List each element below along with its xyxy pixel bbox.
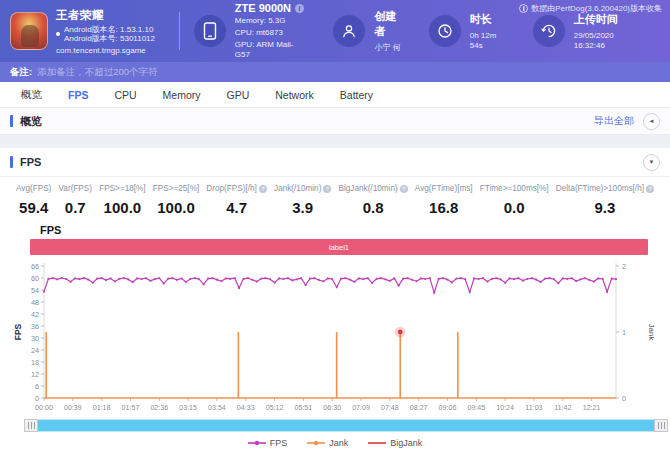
fps-point bbox=[87, 279, 89, 281]
fps-point bbox=[48, 278, 50, 280]
help-icon[interactable]: ? bbox=[400, 185, 408, 193]
game-app-icon bbox=[10, 12, 48, 50]
tab-Network[interactable]: Network bbox=[262, 89, 327, 101]
x-tick: 02:36 bbox=[150, 404, 168, 412]
fps-point bbox=[269, 278, 271, 280]
help-icon[interactable]: ? bbox=[259, 185, 267, 193]
y-left-tick: 60 bbox=[31, 274, 39, 283]
fps-point bbox=[74, 278, 76, 280]
device-info-icon[interactable]: i bbox=[295, 4, 304, 13]
tab-Battery[interactable]: Battery bbox=[327, 89, 386, 101]
stat-value: 0.0 bbox=[480, 199, 549, 216]
fps-point bbox=[322, 281, 324, 283]
fps-point bbox=[225, 278, 227, 280]
fps-point bbox=[354, 281, 356, 283]
y-left-tick: 48 bbox=[31, 298, 39, 307]
phone-icon bbox=[194, 15, 226, 47]
fps-section-bar: FPS ▼ bbox=[0, 148, 670, 177]
tab-bar: 概览FPSCPUMemoryGPUNetworkBattery bbox=[0, 82, 670, 108]
header: 王者荣耀 Android版本名: 1.53.1.10 Android版本号: 5… bbox=[0, 0, 670, 62]
upload-time-icon bbox=[533, 15, 565, 47]
y-right-tick: 1 bbox=[622, 328, 626, 337]
note-input-placeholder[interactable]: 添加备注，不超过200个字符 bbox=[37, 66, 157, 79]
fps-point bbox=[429, 277, 431, 279]
fps-point bbox=[212, 277, 214, 279]
legend-item-jank[interactable]: Jank bbox=[307, 438, 348, 448]
fps-point bbox=[96, 278, 98, 280]
scrollbar-track[interactable] bbox=[38, 419, 654, 432]
y-left-tick: 12 bbox=[31, 370, 39, 379]
note-bar[interactable]: 备注: 添加备注，不超过200个字符 bbox=[0, 62, 670, 82]
x-tick: 07:09 bbox=[352, 404, 370, 412]
stat-value: 0.8 bbox=[339, 199, 408, 216]
help-icon[interactable]: ? bbox=[323, 185, 331, 193]
grip-icon bbox=[28, 422, 35, 429]
android-version-name: Android版本名: 1.53.1.10 bbox=[64, 25, 155, 35]
fps-point bbox=[260, 278, 262, 280]
tab-FPS[interactable]: FPS bbox=[55, 89, 101, 101]
legend-item-fps[interactable]: FPS bbox=[248, 438, 288, 448]
fps-point bbox=[70, 281, 72, 283]
fps-point bbox=[345, 277, 347, 279]
fps-point bbox=[438, 278, 440, 280]
android-version-code: Android版本号: 53011012 bbox=[64, 34, 155, 44]
scrollbar-right-handle[interactable] bbox=[654, 419, 668, 432]
export-all-link[interactable]: 导出全部 bbox=[594, 114, 634, 128]
x-tick: 07:48 bbox=[381, 404, 399, 412]
fps-point bbox=[549, 277, 551, 279]
x-tick: 08:27 bbox=[410, 404, 428, 412]
fps-chart[interactable]: 061218243036424854606601200:0000:3901:18… bbox=[10, 260, 660, 418]
fps-point bbox=[309, 278, 311, 280]
fps-point bbox=[575, 280, 577, 282]
label1-banner[interactable]: label1 bbox=[30, 239, 648, 255]
y-left-tick: 66 bbox=[31, 262, 39, 271]
legend-item-bigjank[interactable]: BigJank bbox=[368, 438, 422, 448]
stat-var-fps-: Var(FPS)0.7 bbox=[59, 184, 93, 216]
note-label: 备注: bbox=[10, 66, 32, 79]
fps-point bbox=[163, 283, 165, 285]
tab-Memory[interactable]: Memory bbox=[150, 89, 214, 101]
fps-point bbox=[189, 278, 191, 280]
fps-point bbox=[433, 292, 435, 294]
creator-block: 创建者 小宁 何 bbox=[333, 9, 406, 53]
fps-point bbox=[411, 279, 413, 281]
stat-label: Avg(FTime)[ms] bbox=[415, 184, 473, 193]
y-axis-left-label: FPS bbox=[13, 323, 23, 340]
fps-point bbox=[158, 277, 160, 279]
y-axis-right-label: Jank bbox=[647, 324, 656, 342]
fps-point bbox=[376, 278, 378, 280]
collapse-left-button[interactable]: ◄ bbox=[643, 113, 660, 130]
fps-point bbox=[265, 277, 267, 279]
fps-point bbox=[274, 282, 276, 284]
fps-point bbox=[566, 278, 568, 280]
fps-point bbox=[238, 287, 240, 289]
duration-label: 时长 bbox=[470, 12, 511, 27]
tab-概览[interactable]: 概览 bbox=[8, 88, 55, 102]
fps-point bbox=[256, 281, 258, 283]
collapse-down-button[interactable]: ▼ bbox=[643, 154, 660, 171]
tab-GPU[interactable]: GPU bbox=[214, 89, 263, 101]
fps-point bbox=[504, 282, 506, 284]
fps-point bbox=[65, 278, 67, 280]
help-icon[interactable]: ? bbox=[646, 185, 654, 193]
stat-label: Var(FPS) bbox=[59, 184, 93, 193]
fps-point bbox=[509, 278, 511, 280]
tab-CPU[interactable]: CPU bbox=[101, 89, 149, 101]
x-tick: 10:24 bbox=[496, 404, 514, 412]
stat-value: 100.0 bbox=[99, 199, 145, 216]
stat-ftime-100ms-: FTime>=100ms[%]0.0 bbox=[480, 184, 549, 216]
chart-range-scrollbar bbox=[24, 419, 668, 432]
fps-point bbox=[495, 277, 497, 279]
fps-point bbox=[558, 282, 560, 284]
scrollbar-left-handle[interactable] bbox=[24, 419, 38, 432]
fps-point bbox=[172, 277, 174, 279]
y-left-tick: 18 bbox=[31, 358, 39, 367]
bigjank-point[interactable] bbox=[398, 330, 403, 335]
y-right-tick: 0 bbox=[622, 394, 626, 403]
creator-label: 创建者 bbox=[374, 9, 406, 39]
fps-point bbox=[83, 277, 85, 279]
stat-label: BigJank(/10min)? bbox=[339, 184, 408, 193]
duration-block: 时长 0h 12m 54s bbox=[429, 12, 511, 51]
fps-point bbox=[132, 281, 134, 283]
legend-label: Jank bbox=[329, 438, 348, 448]
